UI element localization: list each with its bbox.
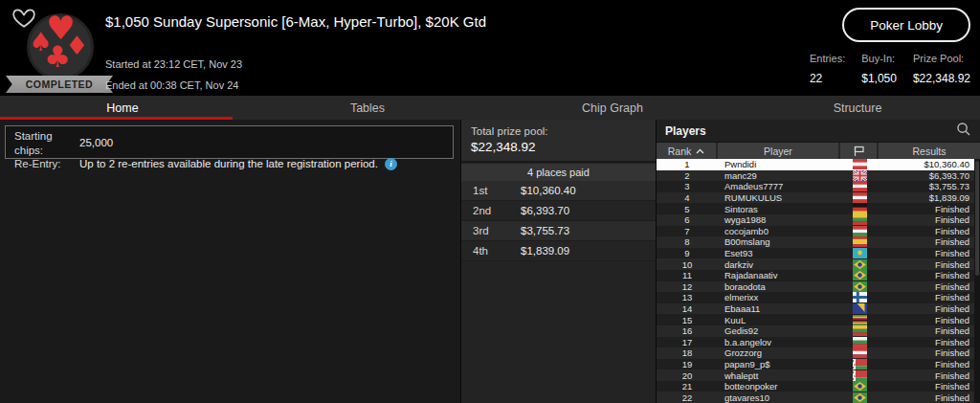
tournament-title: $1,050 Sunday Supersonic [6-Max, Hyper-T… (105, 13, 486, 30)
info-icon[interactable]: i (385, 158, 397, 170)
flag-hungary-icon (840, 226, 879, 236)
player-row[interactable]: 12 boraodota Finished (657, 281, 980, 293)
player-row[interactable]: 15 KuuL Finished (657, 314, 980, 325)
player-row[interactable]: 21 botteonpoker Finished (657, 381, 980, 392)
poker-lobby-button[interactable]: Poker Lobby (842, 8, 970, 42)
started-at-text: Started at 23:12 CET, Nov 23 (105, 58, 242, 70)
club-suit-icon: ♣ (44, 42, 71, 72)
player-result: Finished (879, 236, 980, 247)
column-header-player[interactable]: Player (718, 143, 840, 159)
player-row[interactable]: 19 papan9_p$ Finished (657, 359, 980, 370)
player-rank: 2 (657, 170, 718, 181)
player-result: Finished (879, 337, 980, 347)
player-row[interactable]: 1 Pwndidi $10,360.40 (657, 159, 980, 170)
player-result: Finished (879, 370, 980, 381)
payout-row: 3rd $3,755.73 (461, 221, 656, 241)
stat-item: Entries: 22 (810, 53, 845, 85)
player-name: Gedis92 (718, 325, 840, 336)
player-name: botteonpoker (718, 381, 840, 392)
player-result: Finished (879, 226, 980, 236)
players-table-header: Rank Player Results (657, 143, 980, 159)
lobby-tab[interactable]: Structure (735, 96, 980, 120)
player-row[interactable]: 17 b.a.angelov Finished (657, 337, 980, 348)
player-row[interactable]: 7 cocojamb0 Finished (657, 226, 980, 237)
lobby-tab[interactable]: Chip Graph (490, 96, 735, 120)
tournament-stats: Entries: 22 Buy-In: $1,050 Prize Pool: $… (810, 53, 970, 85)
players-scrollbar[interactable] (974, 159, 980, 403)
player-rank: 4 (657, 192, 718, 203)
player-row[interactable]: 2 manc29 $6,393.70 (657, 170, 980, 182)
player-row[interactable]: 16 Gedis92 Finished (657, 325, 980, 337)
flag-kazakhstan-icon (840, 248, 879, 258)
player-name: b.a.angelov (718, 337, 840, 347)
flag-lithuania-icon (840, 214, 879, 225)
player-row[interactable]: 22 gtavares10 Finished (657, 392, 980, 403)
player-rank: 16 (657, 325, 718, 336)
players-table-body: 1 Pwndidi $10,360.40 2 manc29 $6,393.70 … (657, 159, 980, 403)
player-name: manc29 (718, 170, 840, 181)
player-rank: 18 (657, 347, 718, 358)
player-row[interactable]: 18 Grozzorg Finished (657, 347, 980, 359)
player-name: darkziv (718, 259, 840, 270)
player-row[interactable]: 14 Ebaaa11 Finished (657, 303, 980, 315)
player-result: $10,360.40 (879, 159, 980, 169)
tab-label: Tables (350, 101, 385, 115)
info-row: Starting chips: 25,000 i (14, 129, 444, 157)
player-result: Finished (879, 214, 980, 225)
player-name: Ebaaa11 (718, 303, 840, 314)
flag-finland-icon (840, 292, 879, 302)
player-result: Finished (879, 325, 980, 336)
search-icon[interactable] (956, 122, 971, 141)
flag-brazil-icon (840, 259, 879, 270)
status-badge: COMPLETED (6, 76, 113, 93)
player-result: $3,755.73 (879, 181, 980, 191)
player-name: Pwndidi (718, 159, 840, 169)
lobby-tab[interactable]: Tables (245, 96, 490, 120)
flag-brazil-icon (840, 392, 879, 403)
lobby-tab[interactable]: Home (0, 96, 245, 120)
player-row[interactable]: 20 whaleptt Finished (657, 369, 980, 381)
player-name: Amadeus7777 (718, 181, 840, 191)
player-row[interactable]: 9 Eset93 Finished (657, 248, 980, 259)
flag-austria-icon (840, 347, 879, 358)
total-prize-pool-block: Total prize pool: $22,348.92 (461, 120, 656, 163)
column-header-flag[interactable] (840, 143, 879, 159)
tab-label: Structure (834, 101, 882, 115)
player-row[interactable]: 13 elmerixx Finished (657, 292, 980, 303)
player-name: papan9_p$ (718, 359, 840, 369)
player-row[interactable]: 4 RUMUKULUS $1,839.09 (657, 192, 980, 204)
player-name: wyga1988 (718, 214, 840, 225)
player-rank: 21 (657, 381, 718, 392)
player-name: cocojamb0 (718, 226, 840, 236)
lobby-content: Starting chips: 25,000 i Re-Entry: Up to… (0, 120, 980, 403)
player-result: Finished (879, 292, 980, 302)
info-row-value: 25,000 (79, 136, 113, 150)
payout-list: 1st $10,360.40 2nd $6,393.70 3rd $3,755.… (461, 181, 656, 261)
flag-austria-icon (840, 159, 879, 169)
payout-place: 4th (461, 245, 521, 257)
player-name: Grozzorg (718, 347, 840, 358)
player-result: $6,393.70 (879, 170, 980, 181)
player-row[interactable]: 8 B00mslang Finished (657, 236, 980, 248)
player-name: Sintoras (718, 204, 840, 214)
player-row[interactable]: 10 darkziv Finished (657, 258, 980, 270)
player-name: whaleptt (718, 370, 840, 381)
player-result: Finished (879, 381, 980, 392)
column-header-results[interactable]: Results (879, 143, 980, 159)
payout-row: 1st $10,360.40 (461, 181, 656, 201)
stat-item: Buy-In: $1,050 (861, 53, 897, 85)
player-row[interactable]: 6 wyga1988 Finished (657, 214, 980, 226)
prize-pool-panel: Total prize pool: $22,348.92 4 places pa… (460, 120, 657, 403)
player-row[interactable]: 3 Amadeus7777 $3,755.73 (657, 181, 980, 192)
sort-ascending-icon (696, 148, 704, 154)
payout-amount: $3,755.73 (521, 225, 569, 236)
payout-row: 4th $1,839.09 (461, 241, 656, 261)
player-row[interactable]: 11 Rajadanaativ Finished (657, 270, 980, 281)
player-result: Finished (879, 270, 980, 280)
column-header-rank[interactable]: Rank (657, 143, 718, 159)
players-scrollbar-thumb[interactable] (975, 161, 979, 276)
favorite-heart-icon[interactable] (11, 6, 36, 29)
player-row[interactable]: 5 Sintoras Finished (657, 203, 980, 214)
player-result: Finished (879, 248, 980, 258)
tournament-info-box: Starting chips: 25,000 i Re-Entry: Up to… (5, 125, 454, 159)
